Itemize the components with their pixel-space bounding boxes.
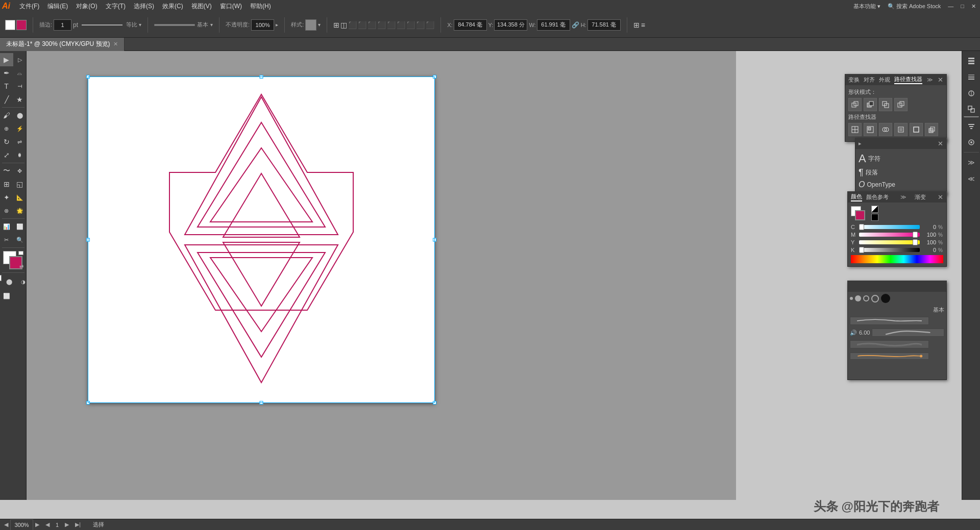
brush-item-1[interactable] [850,316,944,326]
shape-builder-tool[interactable]: ⊕ [0,122,13,135]
c-track[interactable] [859,225,920,229]
x-input[interactable] [454,19,487,31]
gradient-tool[interactable]: ◱ [13,178,27,191]
layers-panel-btn[interactable] [964,69,979,85]
page-nav-last[interactable]: ▶| [75,521,81,528]
shape-mode-minus-front[interactable] [864,98,877,111]
pf-outline[interactable] [910,123,923,136]
opacity-arrow[interactable]: ▸ [276,22,278,28]
swap-colors-icon[interactable]: ⇄ [19,264,23,269]
menu-object[interactable]: 对象(O) [72,0,101,12]
w-input[interactable] [537,19,570,31]
shear-tool[interactable]: ⧯ [13,148,27,162]
close-btn[interactable]: ✕ [969,3,978,10]
search-adobe[interactable]: 🔍 搜索 Adobe Stock [886,3,943,10]
column-graph-tool[interactable]: 📊 [0,220,13,233]
collapse-panel-btn[interactable]: ≪ [964,171,979,186]
pathfinder-close[interactable]: ✕ [938,76,943,84]
brush-item-3[interactable] [850,339,944,349]
default-colors-icon[interactable] [18,251,23,255]
link-proportions-icon[interactable]: 🔗 [572,21,579,29]
scale-tool[interactable]: ⤢ [0,148,13,162]
blend-tool[interactable]: ⊗ [0,204,13,217]
paintbrush-tool[interactable]: 🖌 [0,109,13,122]
pf-merge[interactable] [879,123,892,136]
color-spectrum-bar[interactable] [851,255,943,263]
tab-close-btn[interactable]: ✕ [113,41,118,47]
maximize-btn[interactable]: □ [959,3,966,9]
curvature-tool[interactable]: ⌓ [13,66,27,80]
pen-tool[interactable]: ✒ [0,66,13,80]
canvas-area[interactable] [27,51,736,500]
align-right-icon[interactable]: ⬛ [368,21,376,29]
blob-brush-tool[interactable]: ⬤ [13,109,27,122]
color-close[interactable]: ✕ [938,193,943,201]
live-paint-tool[interactable]: ⚡ [13,122,27,135]
shape-mode-unite[interactable] [848,98,862,111]
menu-text[interactable]: 文字(T) [102,0,130,12]
style-swatch[interactable] [305,19,316,31]
shape-mode-intersect[interactable] [879,98,892,111]
align-panel-btn[interactable] [964,118,979,134]
zoom-tool[interactable]: 🔍 [13,233,27,246]
draw-normal[interactable]: ⬜ [0,289,13,302]
char-item-font[interactable]: A 字符 [859,152,943,165]
pf-crop[interactable] [894,123,908,136]
black-swatch[interactable] [871,214,878,221]
mesh-tool[interactable]: ⊞ [0,178,13,191]
eyedropper-tool[interactable]: ✦ [0,191,13,204]
none-swatch[interactable] [871,206,878,213]
stroke-swatch[interactable] [16,20,27,30]
pf-trim[interactable] [864,123,877,136]
menu-effect[interactable]: 效果(C) [158,0,187,12]
path-icon[interactable]: ◫ [340,21,347,29]
menu-edit[interactable]: 编辑(E) [43,0,72,12]
color-stroke-swatch[interactable] [855,210,865,220]
color-tab-guide[interactable]: 颜色参考 [866,193,889,201]
brush-tab-symbols[interactable]: 符号 [881,283,893,290]
char-collapse[interactable]: ▸ [859,140,862,147]
direct-selection-tool[interactable]: ▷ [13,53,27,66]
char-item-opentype[interactable]: O OpenType [859,180,943,189]
zoom-decrease[interactable]: ◀ [4,521,8,528]
fill-swatch[interactable] [5,20,15,30]
menu-select[interactable]: 选择(S) [130,0,158,12]
char-close[interactable]: ✕ [938,140,943,147]
star-tool[interactable]: ★ [13,93,27,106]
align-icon[interactable]: ⊞ [333,21,339,29]
align-top-icon[interactable]: ⬛ [377,21,386,29]
free-transform-tool[interactable]: ✥ [13,164,27,178]
k-thumb[interactable] [859,247,864,253]
menu-file[interactable]: 文件(F) [15,0,43,12]
c-thumb[interactable] [859,224,864,230]
align-bottom-icon[interactable]: ⬛ [397,21,405,29]
warp-tool[interactable]: 〜 [0,164,13,178]
style-arrow[interactable]: ▾ [318,22,321,28]
brush-dot-4[interactable] [871,295,879,302]
symbol-sprayer-tool[interactable]: 🌟 [13,204,27,217]
zoom-increase[interactable]: ▶ [35,521,39,528]
menu-view[interactable]: 视图(V) [187,0,216,12]
align-left-icon[interactable]: ⬛ [348,21,357,29]
arrange-icon[interactable]: ⊞ [633,21,640,29]
stroke-width-input[interactable] [54,19,71,31]
selection-tool[interactable]: ▶ [0,53,13,66]
properties-panel-btn[interactable] [964,53,979,68]
minimize-btn[interactable]: — [946,3,955,9]
appearance-panel-btn[interactable] [964,135,979,150]
stroke-dropdown-arrow[interactable]: ▾ [139,22,141,28]
gradient-tab-label[interactable]: 渐变 [915,193,926,201]
reflect-tool[interactable]: ⇌ [13,135,27,148]
none-mode[interactable] [0,275,2,281]
stroke-profile-arrow[interactable]: ▾ [210,22,213,28]
brush-panel-expand[interactable]: ≫ [912,283,918,290]
brush-dot-5[interactable] [881,294,890,303]
type-vertical-tool[interactable]: T [13,80,27,93]
distribute-v-icon[interactable]: ⬛ [416,21,425,29]
brush-item-4[interactable] [850,351,944,361]
shape-mode-exclude[interactable] [894,98,908,111]
brush-dot-2[interactable] [855,295,861,301]
pathfinder-tab-align[interactable]: 对齐 [864,76,875,84]
pathfinder-tab-main[interactable]: 路径查找器 [894,75,922,84]
pathfinder-tab-transform[interactable]: 变换 [848,76,860,84]
